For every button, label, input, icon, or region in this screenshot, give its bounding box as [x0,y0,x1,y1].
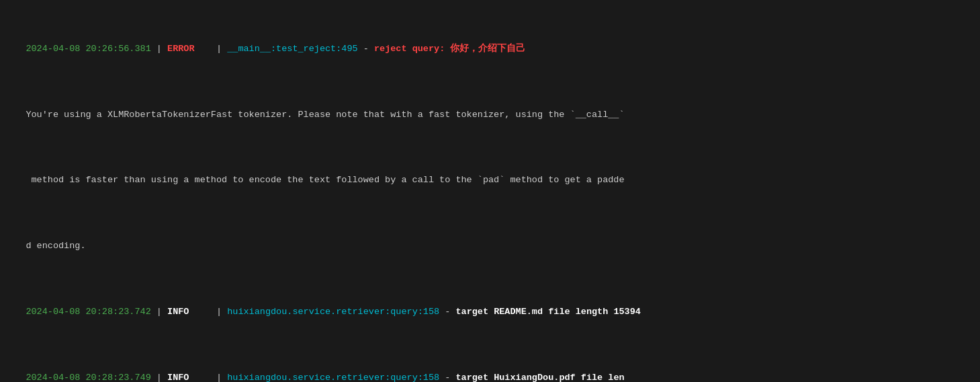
timestamp-1: 2024-04-08 20:26:56.381 [26,44,150,54]
log-line-2: You're using a XLMRobertaTokenizerFast t… [4,95,976,135]
info-badge-1: INFO [167,307,189,317]
timestamp-3: 2024-04-08 20:28:23.749 [26,373,150,382]
info-badge-2: INFO [167,373,189,382]
log-line-1: 2024-04-08 20:26:56.381 | ERROR | __main… [4,29,976,69]
log-line-4: d encoding. [4,227,976,266]
source-link-1: __main__:test_reject:495 [227,44,357,54]
log-line-6: 2024-04-08 20:28:23.749 | INFO | huixian… [4,358,976,382]
log-line-5: 2024-04-08 20:28:23.742 | INFO | huixian… [4,292,976,332]
terminal-output: 2024-04-08 20:26:56.381 | ERROR | __main… [4,3,976,382]
info-message-2: target HuixiangDou.pdf file len [455,373,624,382]
error-badge: ERROR [167,44,195,54]
source-link-2: huixiangdou.service.retriever:query:158 [227,307,439,317]
timestamp-2: 2024-04-08 20:28:23.742 [26,307,150,317]
info-message-1: target README.md file length 15394 [455,307,640,317]
error-message-1: reject query: 你好，介绍下自己 [374,44,525,54]
log-line-3: method is faster than using a method to … [4,161,976,200]
source-link-3: huixiangdou.service.retriever:query:158 [227,373,439,382]
